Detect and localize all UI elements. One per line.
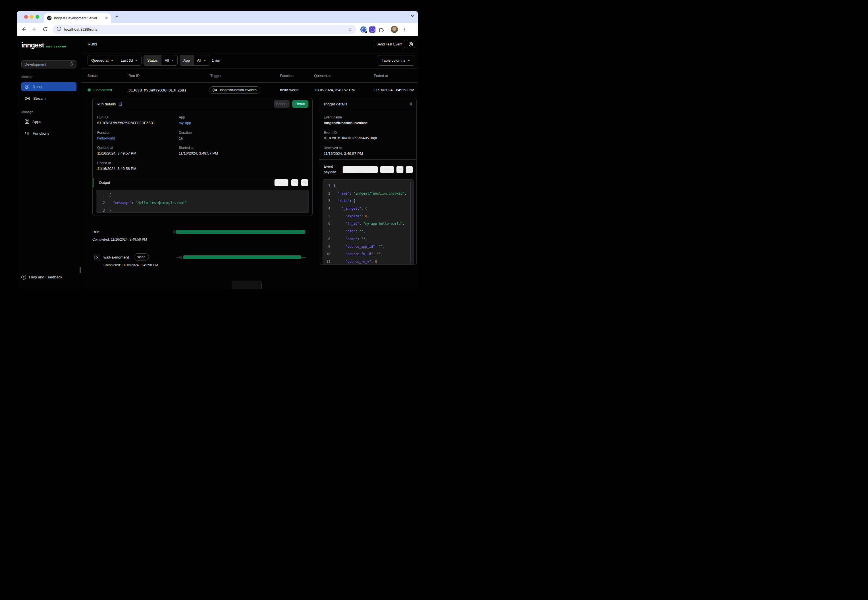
tab-close-icon[interactable]: ✕	[103, 16, 108, 20]
chevron-down-icon	[171, 59, 174, 62]
started-at-value: 11/16/2024, 3:49:57 PM	[179, 151, 218, 155]
send-to-dev-server-button[interactable]: Send to Dev Server	[343, 166, 378, 173]
row-trigger-pill[interactable]: inngest/function.invoked	[209, 86, 260, 94]
site-info-icon[interactable]	[56, 26, 61, 32]
browser-menu-kebab-icon[interactable]	[402, 23, 407, 36]
time-range-value: Last 3d	[121, 58, 133, 62]
col-header-function[interactable]: Function	[280, 74, 294, 78]
ended-at-value: 11/16/2024, 3:49:58 PM	[97, 167, 137, 171]
col-header-trigger[interactable]: Trigger	[210, 74, 222, 78]
payload-copy-button[interactable]: Copy	[380, 166, 394, 173]
table-columns-button[interactable]: Table columns	[378, 55, 414, 66]
url-bar[interactable]: localhost:8288/runs ☆	[53, 25, 356, 34]
time-field-value: Queued at	[91, 58, 109, 62]
expand-step-button[interactable]	[94, 254, 100, 261]
cancel-button[interactable]: Cancel	[274, 100, 290, 108]
sidebar-item-stream[interactable]: Stream	[21, 94, 76, 103]
rerun-button[interactable]: Rerun	[292, 100, 308, 108]
reload-icon[interactable]	[42, 26, 48, 33]
workspace-select-value: Development	[24, 62, 46, 67]
page-title: Runs	[88, 42, 97, 46]
app-filter[interactable]: All	[194, 55, 209, 65]
output-copy-button[interactable]: Copy	[274, 179, 288, 186]
collapse-panel-icon[interactable]	[408, 102, 413, 106]
help-and-feedback[interactable]: ? Help and Feedback	[21, 275, 62, 280]
scroll-to-bottom-button[interactable]	[301, 179, 308, 186]
help-label: Help and Feedback	[29, 275, 62, 279]
col-header-run-id[interactable]: Run ID	[129, 74, 140, 78]
output-code-block[interactable]: 1{2 "message": "Hello test@example.com!"…	[96, 190, 309, 213]
time-range-filter[interactable]: Last 3d	[117, 55, 141, 65]
row-function[interactable]: hello-world	[280, 88, 299, 92]
row-run-id[interactable]: 01JCVBTMV3WXY9D3CFDEJFZSB1	[129, 88, 187, 92]
col-header-queued[interactable]: Queued at	[314, 74, 331, 78]
queued-at-value: 11/16/2024, 3:49:57 PM	[97, 151, 137, 155]
inngest-logo: inngest	[21, 41, 44, 49]
browser-tab[interactable]: Inngest Development Server ✕	[44, 14, 111, 23]
sidebar-item-runs[interactable]: Runs	[21, 82, 76, 91]
payload-scroll-bottom-button[interactable]	[405, 166, 413, 173]
event-payload-code-block[interactable]: 1{2 "name": "inngest/function.invoked",3…	[323, 179, 414, 265]
url-text[interactable]: localhost:8288/runs	[64, 27, 97, 32]
run-details-title: Run details	[97, 102, 116, 106]
payload-scrollbar-track[interactable]	[410, 182, 411, 262]
run-id-value: 01JCVBTMV3WXY9D3CFDEJFZSB1	[97, 121, 155, 125]
workspace-select[interactable]: Development	[21, 60, 76, 68]
row-trigger-name: inngest/function.invoked	[220, 88, 256, 92]
show-more-button-partial[interactable]	[232, 281, 261, 289]
event-name-label: Event name	[324, 115, 342, 119]
toolbar-divider	[387, 23, 387, 36]
time-field-filter[interactable]: Queued at	[88, 55, 117, 65]
external-link-icon[interactable]	[118, 102, 122, 106]
window-minimize-button[interactable]	[30, 15, 33, 19]
sidebar-item-functions[interactable]: Functions	[21, 129, 76, 138]
function-value-link[interactable]: hello-world	[97, 136, 115, 140]
bookmark-star-icon[interactable]: ☆	[348, 27, 352, 32]
purple-extension-icon[interactable]	[369, 23, 375, 36]
timeline-run-label[interactable]: Run	[93, 230, 100, 234]
profile-avatar[interactable]	[391, 23, 398, 36]
word-wrap-icon	[398, 168, 402, 171]
help-icon: ?	[21, 275, 26, 280]
inngest-app: inngest DEV SERVER Development Monitor	[17, 36, 418, 289]
run-bar-nub	[173, 230, 176, 233]
row-ended-at: 11/16/2024, 3:49:58 PM	[374, 88, 414, 92]
functions-icon	[25, 131, 30, 135]
sidebar-item-label: Functions	[33, 131, 49, 135]
back-icon[interactable]	[20, 26, 27, 33]
browser-tab-strip: Inngest Development Server ✕ +	[17, 11, 418, 23]
sidebar-scrollbar-thumb[interactable]	[80, 267, 81, 273]
app-value-link[interactable]: my-app	[179, 121, 191, 125]
status-filter[interactable]: All	[161, 55, 178, 65]
ended-at-label: Ended at	[97, 161, 111, 165]
row-status[interactable]: Completed	[94, 88, 112, 92]
extensions-puzzle-icon[interactable]	[378, 23, 384, 36]
window-zoom-button[interactable]	[35, 15, 39, 19]
sidebar-item-apps[interactable]: Apps	[21, 117, 76, 126]
send-test-event-button[interactable]: Send Test Event	[374, 40, 405, 48]
browser-toolbar: localhost:8288/runs ☆	[17, 23, 418, 36]
window-close-button[interactable]	[24, 15, 28, 19]
run-completed-text: Completed: 11/16/2024, 3:49:58 PM	[93, 238, 147, 241]
settings-gear-button[interactable]	[407, 40, 415, 48]
word-wrap-button[interactable]	[291, 179, 299, 186]
tab-search-chevron-icon[interactable]	[410, 14, 414, 19]
row-queued-at: 11/16/2024, 3:49:57 PM	[314, 88, 355, 92]
inngest-favicon-icon	[47, 16, 52, 20]
received-at-value: 11/16/2024, 3:49:57 PM	[324, 152, 363, 156]
onepassword-extension-icon[interactable]	[360, 23, 367, 36]
payload-word-wrap-button[interactable]	[396, 166, 404, 173]
chevron-down-icon	[203, 59, 206, 62]
step-timeline-bar[interactable]	[183, 255, 301, 259]
run-timeline-bar[interactable]	[176, 230, 305, 234]
col-header-ended[interactable]: Ended at	[374, 74, 388, 78]
col-header-status[interactable]: Status	[88, 74, 97, 78]
stream-icon	[25, 96, 30, 101]
updown-chevron-icon	[70, 62, 73, 67]
new-tab-button[interactable]: +	[115, 14, 118, 20]
status-filter-group: Status All	[144, 55, 178, 66]
forward-icon[interactable]	[31, 26, 38, 33]
chevron-down-icon	[135, 59, 138, 62]
step-name[interactable]: wait-a-moment	[103, 255, 129, 259]
table-columns-label: Table columns	[382, 58, 405, 62]
